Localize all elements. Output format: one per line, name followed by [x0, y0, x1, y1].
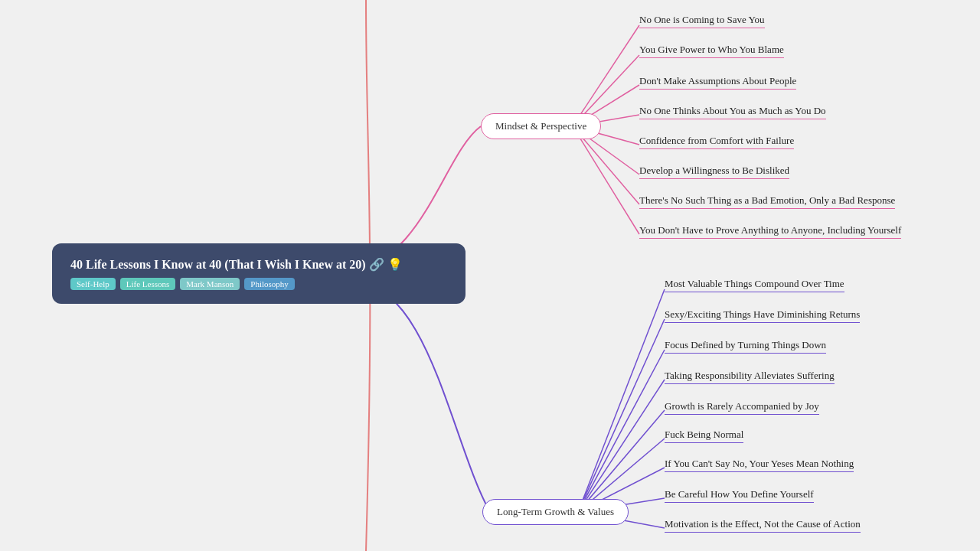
svg-line-11 [578, 380, 665, 512]
cluster-growth-label: Long-Term Growth & Values [497, 506, 614, 517]
leaf-growth-8: Be Careful How You Define Yourself [665, 488, 814, 503]
leaf-growth-6: Fuck Being Normal [665, 429, 743, 443]
svg-line-12 [578, 410, 665, 512]
tag-container: Self-Help Life Lessons Mark Manson Philo… [70, 278, 447, 290]
cluster-mindset[interactable]: Mindset & Perspective [481, 113, 601, 139]
cluster-growth[interactable]: Long-Term Growth & Values [482, 499, 629, 525]
tag-selfhelp[interactable]: Self-Help [70, 278, 116, 290]
leaf-mindset-5: Confidence from Comfort with Failure [639, 135, 794, 149]
leaf-growth-5: Growth is Rarely Accompanied by Joy [665, 400, 819, 415]
svg-line-7 [573, 126, 639, 234]
svg-line-10 [578, 350, 665, 512]
tag-lifelessons[interactable]: Life Lessons [120, 278, 176, 290]
central-title-icons: 🔗 💡 [369, 258, 403, 271]
leaf-mindset-8: You Don't Have to Prove Anything to Anyo… [639, 224, 901, 239]
leaf-growth-3: Focus Defined by Turning Things Down [665, 339, 826, 354]
leaf-mindset-7: There's No Such Thing as a Bad Emotion, … [639, 194, 895, 209]
mind-map-canvas: 40 Life Lessons I Know at 40 (That I Wis… [0, 0, 980, 551]
leaf-growth-7: If You Can't Say No, Your Yeses Mean Not… [665, 458, 854, 472]
leaf-growth-2: Sexy/Exciting Things Have Diminishing Re… [665, 308, 860, 323]
leaf-growth-1: Most Valuable Things Compound Over Time [665, 278, 844, 292]
tag-philosophy[interactable]: Philosophy [244, 278, 295, 290]
leaf-mindset-6: Develop a Willingness to Be Disliked [639, 165, 789, 179]
central-title: 40 Life Lessons I Know at 40 (That I Wis… [70, 257, 447, 272]
central-title-text: 40 Life Lessons I Know at 40 (That I Wis… [70, 258, 366, 271]
central-node[interactable]: 40 Life Lessons I Know at 40 (That I Wis… [52, 243, 466, 304]
tag-markmanson[interactable]: Mark Manson [180, 278, 240, 290]
leaf-mindset-2: You Give Power to Who You Blame [639, 44, 784, 58]
cluster-mindset-label: Mindset & Perspective [495, 120, 586, 132]
leaf-mindset-1: No One is Coming to Save You [639, 14, 765, 28]
leaf-growth-9: Motivation is the Effect, Not the Cause … [665, 518, 861, 533]
leaf-mindset-4: No One Thinks About You as Much as You D… [639, 105, 826, 119]
svg-line-9 [578, 319, 665, 512]
leaf-growth-4: Taking Responsibility Alleviates Sufferi… [665, 370, 835, 384]
svg-line-0 [573, 25, 639, 126]
svg-line-8 [578, 289, 665, 512]
leaf-mindset-3: Don't Make Assumptions About People [639, 75, 796, 90]
